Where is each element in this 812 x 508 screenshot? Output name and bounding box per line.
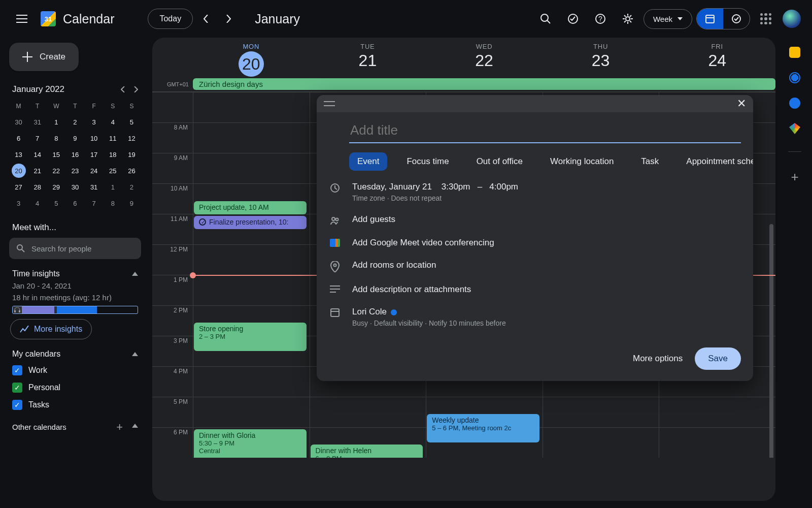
calendar-view-button[interactable] (697, 9, 723, 29)
calendar-item[interactable]: ✓Tasks (10, 396, 141, 414)
event-end-time[interactable]: 4:00pm (489, 182, 518, 192)
tasks-view-button[interactable] (723, 9, 750, 29)
mini-day[interactable]: 23 (68, 164, 82, 178)
contacts-icon[interactable] (789, 98, 800, 109)
day-header[interactable]: FRI24 (659, 43, 775, 77)
mini-day[interactable]: 20 (12, 164, 26, 178)
tasks-icon[interactable] (789, 72, 800, 83)
mini-day[interactable]: 2 (124, 180, 139, 194)
mini-day[interactable]: 28 (30, 180, 45, 194)
add-location-button[interactable]: Add rooms or location (352, 260, 741, 270)
mini-day[interactable]: 6 (12, 131, 26, 145)
add-meet-button[interactable]: Add Google Meet video conferencing (352, 238, 741, 248)
view-selector[interactable]: Week (644, 9, 692, 29)
checklist-icon[interactable] (561, 7, 585, 30)
gear-icon[interactable] (616, 7, 639, 30)
organizer-name[interactable]: Lori Cole (352, 307, 387, 316)
mini-day[interactable]: 31 (87, 180, 101, 194)
prev-week-button[interactable] (197, 7, 215, 30)
day-header[interactable]: MON20 (193, 43, 310, 77)
event-type-tab[interactable]: Working location (542, 152, 622, 171)
chevron-up-icon[interactable] (132, 424, 138, 428)
calendar-event[interactable]: Store opening2 – 3 PM (194, 323, 307, 351)
allday-event[interactable]: Zürich design days (193, 78, 775, 90)
create-button[interactable]: Create (9, 43, 79, 71)
search-icon[interactable] (534, 7, 557, 30)
mini-day[interactable]: 8 (106, 196, 120, 210)
mini-day[interactable]: 24 (87, 164, 101, 178)
time-insights-header[interactable]: Time insights (12, 269, 138, 278)
my-calendars-header[interactable]: My calendars (12, 350, 138, 359)
mini-day[interactable]: 10 (87, 131, 101, 145)
event-start-time[interactable]: 3:30pm (442, 182, 470, 192)
maps-icon[interactable] (789, 123, 800, 134)
avatar[interactable] (782, 9, 802, 29)
event-title-input[interactable] (349, 119, 741, 143)
mini-day[interactable]: 21 (30, 164, 45, 178)
mini-day[interactable]: 3 (87, 115, 101, 129)
mini-day[interactable]: 11 (106, 131, 120, 145)
mini-day[interactable]: 18 (106, 147, 120, 162)
event-type-tab[interactable]: Task (633, 152, 667, 171)
mini-day[interactable]: 9 (124, 196, 139, 210)
calendar-item[interactable]: ✓Personal (10, 379, 141, 396)
checkbox[interactable]: ✓ (12, 365, 22, 375)
add-guests-button[interactable]: Add guests (352, 214, 741, 225)
mini-day[interactable]: 26 (124, 164, 139, 178)
mini-day[interactable]: 19 (124, 147, 139, 162)
event-type-tab[interactable]: Out of office (468, 152, 531, 171)
calendar-event[interactable]: Dinner with Gloria5:30 – 9 PMCentral (194, 429, 307, 458)
mini-day[interactable]: 7 (87, 196, 101, 210)
calendar-event[interactable]: ✓Finalize presentation, 10: (194, 216, 307, 229)
mini-day[interactable]: 5 (124, 115, 139, 129)
organizer-status[interactable]: Busy · Default visibility · Notify 10 mi… (352, 319, 741, 327)
event-tz-repeat[interactable]: Time zone · Does not repeat (352, 194, 741, 202)
mini-day[interactable]: 31 (30, 115, 45, 129)
mini-day[interactable]: 2 (68, 115, 82, 129)
day-header[interactable]: WED22 (426, 43, 543, 77)
drag-handle-icon[interactable] (324, 101, 335, 106)
calendar-event[interactable]: Dinner with Helen6 – 9 PM (311, 444, 423, 458)
mini-day[interactable]: 3 (12, 196, 26, 210)
mini-day[interactable]: 22 (49, 164, 63, 178)
mini-day[interactable]: 15 (49, 147, 63, 162)
event-date[interactable]: Tuesday, January 21 (352, 182, 432, 192)
close-button[interactable]: ✕ (737, 97, 746, 110)
calendar-item[interactable]: ✓Work (10, 362, 141, 379)
help-icon[interactable]: ? (589, 7, 612, 30)
mini-day[interactable]: 6 (68, 196, 82, 210)
mini-day[interactable]: 4 (30, 196, 45, 210)
mini-day[interactable]: 16 (68, 147, 82, 162)
mini-day[interactable]: 9 (68, 131, 82, 145)
other-calendars-title[interactable]: Other calendars (12, 423, 66, 431)
mini-calendar[interactable]: MTWTFSS303112345678910111213141516171819… (9, 100, 141, 210)
mini-day[interactable]: 30 (12, 115, 26, 129)
checkbox[interactable]: ✓ (12, 383, 22, 393)
apps-grid-icon[interactable] (754, 7, 777, 30)
mini-day[interactable]: 4 (106, 115, 120, 129)
mini-next-button[interactable] (134, 86, 138, 92)
more-insights-button[interactable]: More insights (10, 319, 92, 339)
more-options-button[interactable]: More options (633, 354, 683, 364)
add-addon-button[interactable]: + (791, 169, 798, 185)
save-button[interactable]: Save (695, 347, 741, 370)
mini-day[interactable]: 1 (106, 180, 120, 194)
mini-prev-button[interactable] (121, 86, 125, 92)
mini-day[interactable]: 17 (87, 147, 101, 162)
event-type-tab[interactable]: Focus time (398, 152, 457, 171)
day-header[interactable]: TUE21 (310, 43, 426, 77)
mini-day[interactable]: 14 (30, 147, 45, 162)
mini-day[interactable]: 7 (30, 131, 45, 145)
checkbox[interactable]: ✓ (12, 400, 22, 410)
mini-day[interactable]: 29 (49, 180, 63, 194)
mini-day[interactable]: 13 (12, 147, 26, 162)
add-description-button[interactable]: Add description or attachments (352, 284, 741, 295)
mini-day[interactable]: 5 (49, 196, 63, 210)
mini-day[interactable]: 1 (49, 115, 63, 129)
event-type-tab[interactable]: Appointment schedule (678, 152, 753, 171)
day-header[interactable]: THU23 (543, 43, 659, 77)
calendar-event[interactable]: Project update, 10 AM (194, 201, 307, 214)
mini-day[interactable]: 25 (106, 164, 120, 178)
event-type-tab[interactable]: Event (349, 152, 387, 171)
mini-day[interactable]: 30 (68, 180, 82, 194)
